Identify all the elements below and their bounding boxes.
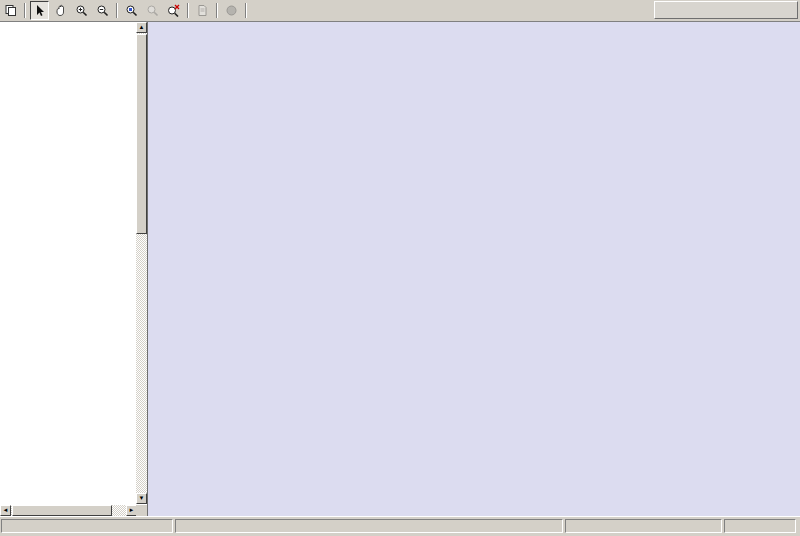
scroll-up-button[interactable]: ▲ <box>136 22 147 33</box>
circle-icon <box>225 4 238 17</box>
toolbar-separator <box>216 3 218 18</box>
cursor-arrow-icon <box>33 4 46 17</box>
layer-panel: ▲ ▼ ◄ ► <box>0 22 148 516</box>
map-canvas[interactable] <box>148 22 800 516</box>
zoom-window-button[interactable] <box>122 1 141 20</box>
pan-tool-button[interactable] <box>51 1 70 20</box>
report-button[interactable] <box>193 1 212 20</box>
toolbar-separator <box>245 3 247 18</box>
zoom-window-icon <box>125 4 138 17</box>
scroll-left-button[interactable]: ◄ <box>0 505 11 516</box>
horizontal-scrollbar[interactable]: ◄ ► <box>0 505 137 516</box>
copy-icon <box>4 4 17 17</box>
toolbar <box>0 0 800 22</box>
scrollbar-corner <box>136 505 147 516</box>
toolbar-separator <box>24 3 26 18</box>
document-icon <box>196 4 209 17</box>
scale-readout <box>724 519 796 533</box>
status-bar <box>0 516 800 536</box>
toolbar-separator <box>187 3 189 18</box>
zoom-out-button[interactable] <box>93 1 112 20</box>
zoom-extents-button[interactable] <box>164 1 183 20</box>
zoom-in-button[interactable] <box>72 1 91 20</box>
zoom-previous-icon <box>146 4 159 17</box>
zoom-in-icon <box>75 4 88 17</box>
horizontal-scroll-thumb[interactable] <box>12 505 112 516</box>
selection-readout <box>565 519 722 533</box>
layer-tree[interactable] <box>0 24 137 504</box>
copy-button[interactable] <box>1 1 20 20</box>
select-tool-button[interactable] <box>30 1 49 20</box>
vertical-scroll-thumb[interactable] <box>136 34 147 234</box>
help-button[interactable] <box>251 1 270 20</box>
zoom-extents-icon <box>167 4 180 17</box>
record-button[interactable] <box>222 1 241 20</box>
logo-panel <box>654 1 798 19</box>
map-viewport[interactable] <box>148 22 800 516</box>
area-readout <box>175 519 563 533</box>
vertical-scrollbar[interactable]: ▲ ▼ <box>136 22 147 504</box>
coordinate-readout <box>1 519 173 533</box>
hand-icon <box>54 4 67 17</box>
toolbar-separator <box>116 3 118 18</box>
zoom-previous-button[interactable] <box>143 1 162 20</box>
zoom-out-icon <box>96 4 109 17</box>
scroll-down-button[interactable]: ▼ <box>136 493 147 504</box>
